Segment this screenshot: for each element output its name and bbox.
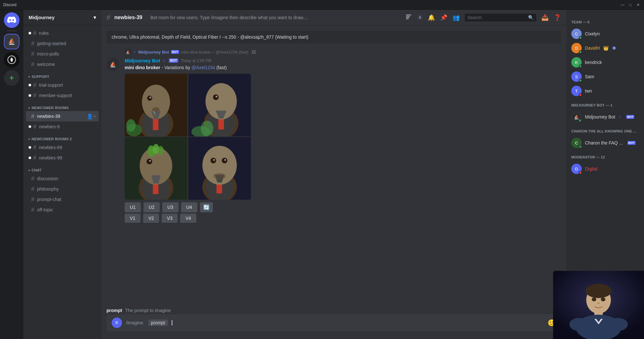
upscale-1-button[interactable]: U1	[125, 202, 141, 212]
search-bar[interactable]: Search 🔍	[465, 14, 536, 21]
member-item-kendrick[interactable]: K kendrick	[569, 55, 641, 69]
members-category-moderator: MODERATOR — 12	[569, 150, 641, 162]
channel-item-newbies-99[interactable]: # newbies-99	[26, 153, 99, 163]
channel-item-newbies-39[interactable]: # newbies-39 👤+	[26, 111, 99, 121]
channel-list: # rules # getting-started # micro-polls …	[23, 25, 101, 339]
svg-point-29	[149, 160, 151, 162]
message-input-box[interactable]: K /imagine prompt 🙂	[106, 314, 561, 331]
image-cell-4[interactable]	[188, 137, 251, 200]
members-category-team: TEAM — 5	[569, 15, 641, 27]
category-support[interactable]: ▸ SUPPORT	[23, 69, 101, 80]
image-grid	[125, 74, 251, 200]
channel-name: getting-started	[37, 41, 66, 46]
crown-icon: 👑	[603, 45, 609, 51]
image-cell-1[interactable]	[125, 74, 187, 136]
category-chat[interactable]: ▸ CHAT	[23, 163, 101, 173]
variation-2-button[interactable]: V2	[143, 214, 159, 223]
category-arrow-icon: ▸	[29, 106, 30, 109]
channel-item-prompt-chat[interactable]: # prompt-chat	[26, 194, 99, 205]
image-cell-2[interactable]	[188, 74, 251, 136]
channel-name: philosophy	[37, 186, 59, 192]
minimize-button[interactable]: —	[620, 2, 625, 7]
help-icon[interactable]: ❓	[554, 14, 561, 21]
channel-hash-icon: #	[33, 155, 36, 161]
boost-icon	[613, 46, 616, 50]
upscale-3-button[interactable]: U3	[162, 202, 179, 212]
channel-hash-icon: #	[33, 144, 36, 151]
titlebar-title: Discord	[3, 3, 17, 7]
category-arrow-icon: ▸	[29, 169, 30, 172]
channel-item-micro-polls[interactable]: # micro-polls	[26, 49, 99, 59]
member-item-twn[interactable]: T twn	[569, 84, 641, 98]
pin-icon[interactable]: 📌	[440, 14, 447, 21]
server-icon-openai[interactable]	[4, 52, 19, 68]
channel-item-discussion[interactable]: # discussion	[26, 173, 99, 184]
member-name-twn: twn	[585, 88, 592, 94]
close-button[interactable]: ✕	[636, 2, 641, 7]
server-header[interactable]: Midjourney ▾	[23, 10, 101, 25]
prompt-input[interactable]: prompt	[148, 320, 168, 326]
image-cell-3[interactable]	[125, 137, 187, 200]
channel-header: # newbies-39 Bot room for new users. Typ…	[101, 10, 566, 25]
svg-point-41	[213, 159, 215, 161]
member-avatar-davidh: D	[571, 43, 582, 53]
thread-icon[interactable]	[405, 14, 412, 21]
verified-checkmark-icon: ✓	[163, 58, 166, 63]
channel-item-rules[interactable]: # rules	[26, 28, 99, 38]
add-member-icon[interactable]: 👤+	[87, 113, 96, 119]
members-icon[interactable]: 👥	[452, 14, 460, 21]
svg-point-45	[213, 173, 226, 179]
status-dot-online	[579, 50, 582, 54]
titlebar-controls: — □ ✕	[620, 2, 641, 7]
prompt-label: prompt	[106, 308, 122, 313]
channel-hash-icon: #	[31, 207, 34, 213]
channel-item-trial-support[interactable]: # trial-support	[26, 80, 99, 90]
channel-name: micro-polls	[37, 51, 59, 56]
inbox-icon[interactable]: 📥	[541, 14, 549, 21]
member-name-sam: Sam	[585, 74, 594, 79]
status-dot-online	[579, 79, 582, 82]
channel-item-off-topic[interactable]: # off-topic	[26, 205, 99, 215]
variation-3-button[interactable]: V3	[162, 214, 178, 223]
messages-area: chrome, Ultra photoreal, Depth of Field,…	[101, 25, 566, 305]
user-avatar: K	[112, 318, 122, 328]
member-item-mj-bot[interactable]: ⛵ Midjourney Bot ✓ BOT	[569, 110, 641, 124]
maximize-button[interactable]: □	[628, 2, 633, 7]
notification-icon[interactable]: 🔔	[428, 14, 435, 21]
member-item-sam[interactable]: S Sam	[569, 69, 641, 84]
member-item-digital[interactable]: D Digital	[569, 162, 641, 176]
server-icon-midjourney[interactable]: ⛵	[4, 34, 19, 49]
variation-4-button[interactable]: V4	[180, 214, 196, 223]
app-container: ⛵ + Midjourney ▾ # rules # getting-start…	[0, 10, 644, 339]
titlebar: Discord — □ ✕	[0, 0, 644, 10]
action-buttons-row2: V1 V2 V3 V4	[125, 214, 561, 223]
category-label: NEWCOMER ROOMS	[31, 106, 68, 110]
channel-item-welcome[interactable]: # welcome	[26, 59, 99, 69]
status-dot-online	[578, 119, 582, 122]
channel-item-newbies-9[interactable]: # newbies-9	[26, 121, 99, 132]
svg-point-55	[569, 318, 589, 331]
category-newcomer-rooms-2[interactable]: ▸ NEWCOMER ROOMS 2	[23, 132, 101, 142]
channel-item-newbies-69[interactable]: # newbies-69	[26, 142, 99, 153]
member-item-charon[interactable]: C Charon the FAQ ... BOT	[569, 136, 641, 150]
upscale-2-button[interactable]: U2	[143, 202, 160, 212]
bot-badge-small: BOT	[171, 50, 179, 54]
verified-icon: ✓	[133, 50, 136, 54]
category-newcomer-rooms[interactable]: ▸ NEWCOMER ROOMS	[23, 101, 101, 111]
variation-1-button[interactable]: V1	[125, 214, 141, 223]
svg-point-50	[592, 297, 596, 301]
channel-item-philosophy[interactable]: # philosophy	[26, 184, 99, 194]
member-name-charon: Charon the FAQ ...	[585, 140, 623, 145]
refresh-button[interactable]: 🔄	[200, 202, 213, 212]
member-item-cixelyn[interactable]: C Cixelyn	[569, 27, 641, 41]
add-server-button[interactable]: +	[4, 70, 19, 86]
channel-item-getting-started[interactable]: # getting-started	[26, 38, 99, 49]
upscale-4-button[interactable]: U4	[181, 202, 197, 212]
channel-name: welcome	[37, 62, 55, 67]
channel-item-member-support[interactable]: # member-support	[26, 90, 99, 101]
bot-badge: BOT	[626, 115, 634, 119]
server-icon-home[interactable]	[4, 12, 19, 28]
member-item-davidh[interactable]: D DavidH 👑	[569, 41, 641, 55]
message-suffix: (fast)	[216, 65, 227, 70]
mj-avatar: ⛵	[106, 58, 119, 71]
